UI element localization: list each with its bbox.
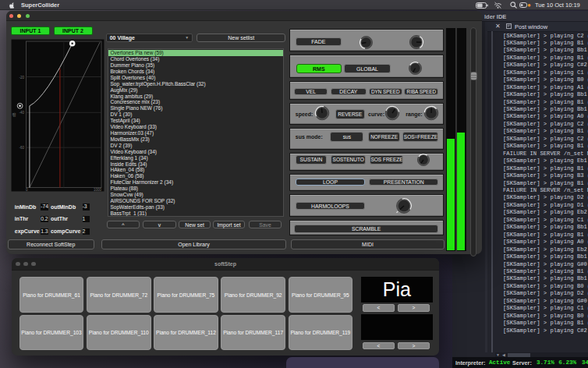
svg-text:dB: dB: [12, 112, 16, 117]
svg-text:-20: -20: [19, 76, 24, 80]
svg-text:-60: -60: [19, 146, 24, 150]
svg-text:1000: 1000: [93, 188, 101, 192]
svg-text:-40: -40: [19, 111, 24, 115]
